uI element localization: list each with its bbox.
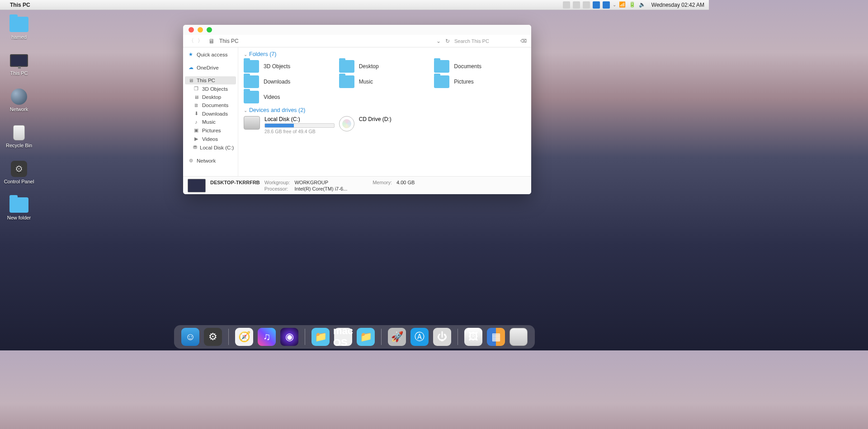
desktop-icon-label: Control Panel bbox=[4, 179, 34, 184]
dock-separator bbox=[458, 329, 458, 345]
network-icon bbox=[11, 89, 27, 105]
sidebar-pictures[interactable]: ▣Pictures bbox=[183, 126, 238, 135]
dock-macos[interactable]: macOS bbox=[334, 328, 352, 346]
dock-photos[interactable]: 🖼 bbox=[464, 328, 482, 346]
monitor-icon bbox=[10, 54, 28, 67]
desktop-icon-newfolder[interactable]: New folder bbox=[3, 196, 35, 220]
dock-power[interactable]: ⏻ bbox=[433, 328, 451, 346]
folder-icon bbox=[9, 197, 28, 213]
desktop-icon-network[interactable]: Network bbox=[3, 88, 35, 112]
search-input[interactable]: Search This PC ⌫ bbox=[454, 37, 527, 45]
sidebar-onedrive[interactable]: ☁OneDrive bbox=[183, 63, 238, 72]
search-placeholder: Search This PC bbox=[454, 38, 489, 44]
desktop-icon-label: New folder bbox=[7, 215, 31, 220]
sidebar-quickaccess[interactable]: ★Quick access bbox=[183, 50, 238, 59]
menubar-app-title[interactable]: This PC bbox=[10, 2, 30, 8]
desktop-icons: hamed This PC Network Recycle Bin ⚙Contr… bbox=[3, 15, 35, 220]
menubar-clock[interactable]: Wednesday 02:42 AM bbox=[651, 2, 704, 8]
desktop-icon-controlpanel[interactable]: ⚙Control Panel bbox=[3, 160, 35, 184]
dock-launchpad[interactable]: 🚀 bbox=[388, 328, 406, 346]
folder-downloads[interactable]: Downloads bbox=[244, 75, 335, 88]
sidebar-documents[interactable]: 🗎Documents bbox=[183, 101, 238, 109]
folder-pictures[interactable]: Pictures bbox=[434, 75, 526, 88]
trash-icon bbox=[13, 125, 25, 140]
clear-icon[interactable]: ⌫ bbox=[520, 38, 527, 43]
dock-safari[interactable]: 🧭 bbox=[235, 328, 253, 346]
folder-documents[interactable]: Documents bbox=[434, 60, 526, 73]
monitor-icon: 🖥 bbox=[208, 37, 215, 45]
dock-folder[interactable]: 📁 bbox=[357, 328, 375, 346]
nav-forward-button[interactable]: 〉 bbox=[197, 37, 204, 45]
breadcrumb[interactable]: This PC bbox=[219, 38, 239, 44]
refresh-icon[interactable]: ↻ bbox=[445, 38, 450, 44]
dock-folder[interactable]: 📁 bbox=[311, 328, 330, 346]
dock-itunes[interactable]: ♫ bbox=[258, 328, 276, 346]
folder-videos[interactable]: Videos bbox=[244, 91, 335, 103]
drive-label: Local Disk (C:) bbox=[264, 116, 335, 122]
sidebar-3dobjects[interactable]: ❒3D Objects bbox=[183, 84, 238, 93]
volume-icon[interactable]: 🔈 bbox=[639, 1, 646, 9]
maximize-button[interactable] bbox=[207, 27, 212, 33]
content-area: ⌄ Folders (7) 3D Objects Desktop Documen… bbox=[238, 47, 531, 176]
minimize-button[interactable] bbox=[198, 27, 203, 33]
folder-desktop[interactable]: Desktop bbox=[339, 60, 431, 73]
desktop-icon-label: This PC bbox=[10, 70, 28, 76]
dock-preferences[interactable]: ⚙ bbox=[204, 328, 222, 346]
dock-taskview[interactable]: ▦ bbox=[487, 328, 505, 346]
desktop-icon-label: hamed bbox=[11, 34, 27, 40]
dock-finder[interactable]: ☺ bbox=[181, 328, 199, 346]
folders-grid: 3D Objects Desktop Documents Downloads M… bbox=[244, 60, 526, 103]
dock-appstore[interactable]: Ⓐ bbox=[410, 328, 429, 346]
drive-usage-bar bbox=[264, 123, 335, 128]
sidebar-desktop[interactable]: 🖥Desktop bbox=[183, 93, 238, 101]
document-icon: 🗎 bbox=[193, 103, 199, 108]
tray-icon[interactable] bbox=[563, 1, 570, 9]
battery-icon[interactable]: 🔋 bbox=[629, 1, 636, 9]
folder-icon bbox=[339, 60, 354, 73]
breadcrumb-dropdown-icon[interactable]: ⌄ bbox=[436, 38, 441, 44]
sidebar-network[interactable]: ⊚Network bbox=[183, 156, 238, 165]
wifi-icon[interactable]: 📶 bbox=[619, 1, 626, 9]
desktop-icon-recyclebin[interactable]: Recycle Bin bbox=[3, 124, 35, 148]
workgroup-label: Workgroup: bbox=[264, 180, 290, 185]
drive-cd-d[interactable]: CD Drive (D:) bbox=[339, 116, 431, 134]
explorer-window: 〈 〉 🖥 This PC ⌄ ↻ Search This PC ⌫ ★Quic… bbox=[183, 25, 531, 194]
folder-icon bbox=[434, 75, 449, 88]
tray-icon[interactable] bbox=[573, 1, 580, 9]
processor-value: Intel(R) Core(TM) i7-6... bbox=[294, 186, 347, 191]
dock-separator bbox=[228, 329, 229, 345]
desktop-icon: 🖥 bbox=[193, 94, 199, 100]
sidebar-downloads[interactable]: ⬇Downloads bbox=[183, 109, 238, 118]
dock-trash[interactable] bbox=[509, 328, 528, 346]
statusbar: DESKTOP-TKRRFRB Workgroup: WORKGROUP Mem… bbox=[183, 176, 531, 194]
folder-icon bbox=[244, 91, 259, 103]
cube-icon: ❒ bbox=[193, 86, 199, 92]
section-folders-header[interactable]: ⌄ Folders (7) bbox=[244, 51, 526, 57]
desktop-icon-label: Recycle Bin bbox=[6, 143, 32, 148]
edge-icon[interactable] bbox=[603, 1, 610, 9]
sidebar: ★Quick access ☁OneDrive 🖥This PC ❒3D Obj… bbox=[183, 47, 238, 176]
section-drives-header[interactable]: ⌄ Devices and drives (2) bbox=[244, 107, 526, 113]
desktop-icon-thispc[interactable]: This PC bbox=[3, 51, 35, 76]
tray-chevron-icon[interactable]: ⌄ bbox=[613, 2, 616, 7]
close-button[interactable] bbox=[189, 27, 194, 33]
folder-icon bbox=[9, 17, 28, 32]
drive-local-c[interactable]: Local Disk (C:) 28.6 GB free of 49.4 GB bbox=[244, 116, 335, 134]
menubar: This PC ⌄ 📶 🔋 🔈 Wednesday 02:42 AM bbox=[0, 0, 709, 10]
desktop-icon-hamed[interactable]: hamed bbox=[3, 15, 35, 40]
edge-icon[interactable] bbox=[593, 1, 600, 9]
sidebar-localdisk[interactable]: ⛃Local Disk (C:) bbox=[183, 143, 238, 152]
nav-back-button[interactable]: 〈 bbox=[188, 37, 195, 45]
workgroup-value: WORKGROUP bbox=[294, 180, 347, 185]
folder-icon bbox=[434, 60, 449, 73]
folder-music[interactable]: Music bbox=[339, 75, 431, 88]
sidebar-videos[interactable]: ▶Videos bbox=[183, 135, 238, 143]
tray-icon[interactable] bbox=[583, 1, 590, 9]
folder-3dobjects[interactable]: 3D Objects bbox=[244, 60, 335, 73]
memory-value: 4.00 GB bbox=[396, 180, 415, 185]
sidebar-music[interactable]: ♪Music bbox=[183, 118, 238, 126]
sidebar-thispc[interactable]: 🖥This PC bbox=[185, 76, 236, 84]
dock-siri[interactable]: ◉ bbox=[280, 328, 298, 346]
window-titlebar[interactable] bbox=[183, 25, 531, 35]
chevron-down-icon: ⌄ bbox=[244, 52, 247, 57]
